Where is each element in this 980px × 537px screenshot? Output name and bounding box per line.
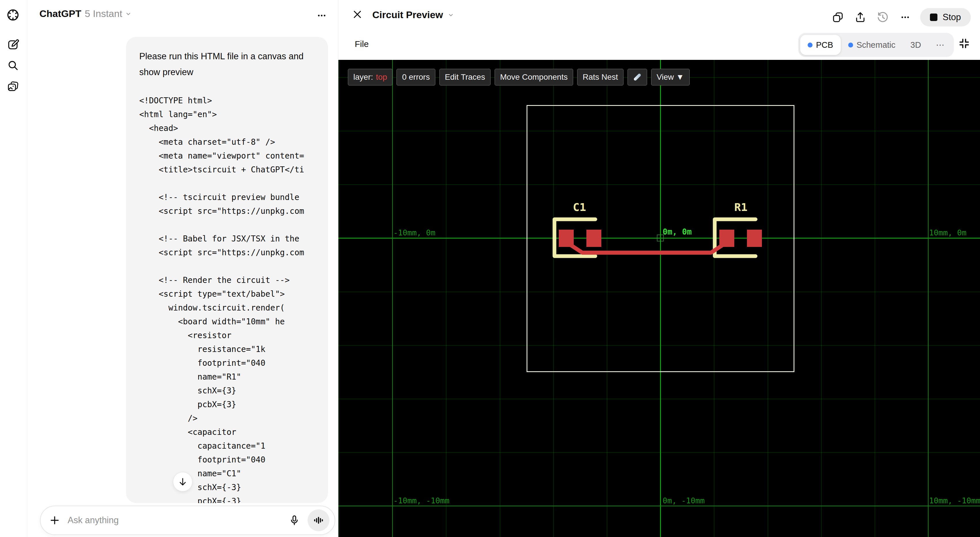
pad-c1-1 <box>559 229 574 247</box>
arrow-down-icon <box>178 476 188 487</box>
stop-square-icon <box>930 14 937 21</box>
chatgpt-logo-icon[interactable] <box>6 8 19 22</box>
canvas-actions: Stop <box>830 8 971 27</box>
dictate-button[interactable] <box>286 512 302 528</box>
more-options-icon[interactable] <box>898 10 913 25</box>
tab-3d[interactable]: 3D <box>903 35 929 55</box>
microphone-icon <box>288 514 301 526</box>
model-name: 5 Instant <box>84 8 122 19</box>
status-dot <box>808 43 813 48</box>
chat-column: ChatGPT 5 Instant Please run this HTML f… <box>28 0 338 537</box>
plus-icon[interactable] <box>49 514 61 526</box>
view-tabs: PCB Schematic 3D ⋯ <box>798 33 954 57</box>
copy-icon[interactable] <box>830 10 845 25</box>
component-label-r1[interactable]: R1 <box>727 201 755 214</box>
library-icon[interactable] <box>6 80 19 93</box>
pcb-toolbar: layer: top 0 errors Edit Traces Move Com… <box>348 69 690 86</box>
component-label-c1[interactable]: C1 <box>565 201 594 214</box>
conversation-menu-icon[interactable] <box>316 10 328 22</box>
scroll-to-bottom-button[interactable] <box>173 472 192 492</box>
canvas-title[interactable]: Circuit Preview <box>372 9 455 21</box>
tab-pcb[interactable]: PCB <box>800 35 841 55</box>
new-chat-icon[interactable] <box>6 38 19 51</box>
pcb-canvas[interactable]: C1 R1 -10mm, 0m 0m, 0m 10mm, 0m -10mm, -… <box>338 60 980 537</box>
message-input[interactable] <box>68 515 286 526</box>
status-dot <box>848 43 853 48</box>
view-dropdown-button[interactable]: View ▼ <box>651 69 690 86</box>
errors-button[interactable]: 0 errors <box>396 69 435 86</box>
tab-more[interactable]: ⋯ <box>929 35 952 55</box>
file-menu[interactable]: File <box>355 39 369 49</box>
share-icon[interactable] <box>853 10 868 25</box>
app-title: ChatGPT <box>40 8 81 19</box>
canvas-panel-header: Circuit Preview Stop <box>338 0 980 60</box>
pad-r1-1 <box>719 229 734 247</box>
pcb-artwork <box>338 60 980 537</box>
history-icon[interactable] <box>875 10 890 25</box>
grid-label-bottom-center: 0m, -10mm <box>663 496 705 505</box>
user-message-text: Please run this HTML file in a canvas an… <box>139 48 318 80</box>
stop-button[interactable]: Stop <box>920 8 971 27</box>
pad-c1-2 <box>586 229 601 247</box>
grid-label-axis-right: 10mm, 0m <box>929 228 966 237</box>
chat-header: ChatGPT 5 Instant <box>40 8 132 19</box>
chevron-down-icon <box>124 10 132 18</box>
pad-r1-2 <box>747 229 762 247</box>
edit-traces-button[interactable]: Edit Traces <box>439 69 491 86</box>
collapse-icon[interactable] <box>958 37 971 51</box>
grid-label-bottom-left: -10mm, -10mm <box>393 496 449 505</box>
user-message-code: <!DOCTYPE html> <html lang="en"> <head> … <box>139 94 317 503</box>
grid-label-origin: 0m, 0m <box>663 227 692 237</box>
layer-value: top <box>376 73 387 82</box>
rats-nest-button[interactable]: Rats Nest <box>577 69 624 86</box>
voice-waveform-icon <box>313 515 324 526</box>
layer-button[interactable]: layer: top <box>348 69 393 86</box>
pencil-tool-button[interactable] <box>628 69 647 86</box>
search-icon[interactable] <box>6 59 19 72</box>
chevron-down-icon <box>447 11 455 19</box>
app-sidebar <box>0 0 27 537</box>
voice-mode-button[interactable] <box>307 509 329 531</box>
user-message-bubble: Please run this HTML file in a canvas an… <box>126 37 328 503</box>
move-components-button[interactable]: Move Components <box>495 69 573 86</box>
close-canvas-icon[interactable] <box>352 9 363 21</box>
grid-label-bottom-right: 10mm, -10mm <box>929 496 980 505</box>
composer-bar <box>40 506 335 535</box>
pencil-icon <box>633 73 641 81</box>
model-selector[interactable]: 5 Instant <box>84 8 132 19</box>
tab-schematic[interactable]: Schematic <box>841 35 903 55</box>
grid-label-axis-left: -10mm, 0m <box>393 228 435 237</box>
